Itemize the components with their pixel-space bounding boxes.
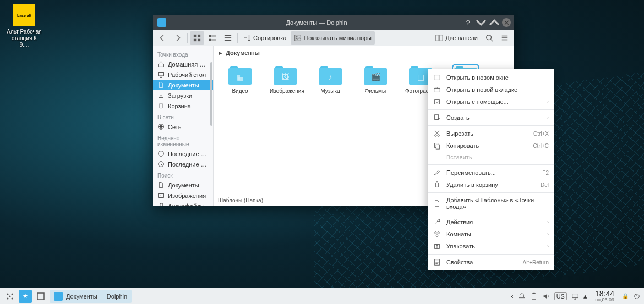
- icons-view-button[interactable]: [190, 31, 204, 45]
- tray-updates-icon[interactable]: ▴: [583, 292, 587, 300]
- folder-images[interactable]: 🖼Изображения: [270, 66, 301, 94]
- sidebar-item-search-audio[interactable]: Аудиофайлы: [153, 201, 213, 206]
- tray-notifications-icon[interactable]: [518, 292, 526, 300]
- folder-video[interactable]: ▦Видео: [225, 66, 255, 94]
- svg-rect-2: [194, 38, 196, 41]
- menu-actions[interactable]: Действия›: [428, 216, 554, 228]
- svg-point-40: [9, 295, 11, 297]
- folder-icon: [454, 69, 477, 85]
- sidebar-header-recent: Недавно изменённые: [153, 132, 213, 148]
- svg-rect-44: [572, 294, 578, 297]
- minimize-button[interactable]: [476, 17, 487, 28]
- thumbnails-toggle[interactable]: Показывать миниатюры: [291, 31, 375, 45]
- sidebar-item-search-images[interactable]: Изображения: [153, 190, 213, 201]
- menu-pack[interactable]: Упаковать›: [428, 240, 554, 252]
- sidebar-header-places: Точки входа: [153, 48, 213, 59]
- forward-button[interactable]: [171, 31, 185, 45]
- svg-point-36: [7, 293, 9, 295]
- menu-copy[interactable]: КопироватьCtrl+C: [428, 140, 554, 152]
- svg-rect-25: [435, 100, 440, 104]
- sidebar-header-search: Поиск: [153, 169, 213, 180]
- sort-button[interactable]: Сортировка: [240, 31, 290, 45]
- svg-rect-43: [533, 292, 535, 294]
- titlebar[interactable]: Документы — Dolphin ? ✕: [153, 15, 514, 30]
- app-icon: [157, 18, 166, 27]
- menu-open-new-tab[interactable]: Открыть в новой вкладке: [428, 84, 554, 96]
- sidebar-item-recent-places[interactable]: Последние располо...: [153, 159, 213, 169]
- clock-time: 18:44: [595, 290, 614, 297]
- sidebar-item-trash[interactable]: Корзина: [153, 101, 213, 111]
- menu-open-with[interactable]: Открыть с помощью...›: [428, 96, 554, 108]
- video-icon: ▦: [228, 69, 252, 85]
- svg-point-37: [12, 293, 13, 295]
- clock[interactable]: 18:44 пн,06.09: [595, 290, 614, 302]
- menu-open-new-window[interactable]: Открыть в новом окне: [428, 71, 554, 84]
- tray-volume-icon[interactable]: [542, 292, 550, 300]
- maximize-button[interactable]: [489, 17, 500, 28]
- svg-point-32: [438, 232, 440, 234]
- svg-rect-8: [225, 35, 231, 36]
- svg-rect-42: [532, 293, 536, 299]
- menu-rename[interactable]: Переименовать...F2: [428, 167, 554, 179]
- breadcrumb[interactable]: ▸ Документы: [214, 46, 514, 59]
- folder-movies[interactable]: 🎬Фильмы: [360, 66, 391, 94]
- svg-rect-20: [159, 193, 164, 197]
- menu-add-to-places[interactable]: Добавить «Шаблоны» в «Точки входа»: [428, 195, 554, 212]
- menu-properties[interactable]: СвойстваAlt+Return: [428, 256, 554, 268]
- svg-rect-1: [198, 34, 200, 36]
- tray-lock-icon[interactable]: 🔒: [622, 293, 629, 299]
- tray-chevron-icon[interactable]: ‹: [511, 292, 513, 300]
- menu-rooms[interactable]: Комнаты›: [428, 228, 554, 240]
- help-button[interactable]: ?: [462, 17, 473, 28]
- details-view-button[interactable]: [221, 31, 235, 45]
- svg-rect-4: [209, 35, 211, 37]
- sidebar-item-downloads[interactable]: Загрузки: [153, 90, 213, 101]
- chevron-right-icon: ›: [547, 219, 549, 225]
- app-launcher-button[interactable]: [3, 290, 17, 303]
- svg-rect-16: [159, 72, 164, 76]
- svg-rect-23: [434, 75, 440, 80]
- search-button[interactable]: [482, 31, 496, 45]
- sidebar-item-documents[interactable]: Документы: [153, 80, 213, 90]
- menu-cut[interactable]: ВырезатьCtrl+X: [428, 128, 554, 140]
- split-view-button[interactable]: Две панели: [432, 31, 481, 45]
- svg-rect-14: [440, 35, 443, 41]
- toolbar: Сортировка Показывать миниатюры Две пане…: [153, 30, 514, 46]
- sidebar-item-home[interactable]: Домашняя папка: [153, 59, 213, 69]
- menu-trash[interactable]: Удалить в корзинуDel: [428, 179, 554, 191]
- menu-button[interactable]: [498, 31, 512, 45]
- svg-rect-5: [211, 35, 216, 36]
- svg-rect-7: [211, 39, 216, 40]
- desktop-icon[interactable]: base alt Альт Рабочая станция К 9....: [7, 4, 42, 48]
- tray-keyboard-layout[interactable]: US: [554, 292, 567, 300]
- tray-logout-icon[interactable]: [633, 292, 641, 300]
- compact-view-button[interactable]: [205, 31, 220, 45]
- favorites-button[interactable]: ★: [19, 290, 32, 303]
- folder-music[interactable]: ♪Музыка: [315, 66, 346, 94]
- taskbar: ★ Документы — Dolphin ‹ US ▴ 18:44 пн,06…: [0, 288, 644, 304]
- clock-date: пн,06.09: [595, 297, 614, 302]
- desktop-icon-label: Альт Рабочая станция К 9....: [7, 29, 42, 48]
- chevron-right-icon: ›: [547, 231, 549, 237]
- svg-rect-26: [435, 115, 439, 120]
- sidebar-scrollbar[interactable]: [210, 46, 213, 206]
- tray-network-icon[interactable]: [571, 292, 579, 300]
- sidebar-header-net: В сети: [153, 111, 213, 121]
- taskbar-entry-dolphin[interactable]: Документы — Dolphin: [50, 290, 132, 303]
- svg-rect-0: [194, 34, 196, 36]
- svg-point-38: [7, 297, 9, 299]
- show-desktop-button[interactable]: [34, 290, 47, 303]
- menu-create[interactable]: Создать›: [428, 112, 554, 124]
- tray-clipboard-icon[interactable]: [530, 292, 538, 300]
- svg-rect-24: [434, 88, 440, 92]
- back-button[interactable]: [155, 31, 170, 45]
- sidebar-item-network[interactable]: Сеть: [153, 121, 213, 132]
- sidebar-item-search-docs[interactable]: Документы: [153, 180, 213, 190]
- sidebar-item-desktop[interactable]: Рабочий стол: [153, 69, 213, 80]
- svg-rect-10: [225, 40, 231, 41]
- close-button[interactable]: ✕: [502, 18, 511, 27]
- svg-point-12: [296, 36, 298, 37]
- menu-paste: Вставить: [428, 152, 554, 163]
- sidebar-item-recent-files[interactable]: Последние файлы: [153, 148, 213, 159]
- sidebar: Точки входа Домашняя папка Рабочий стол …: [153, 46, 214, 206]
